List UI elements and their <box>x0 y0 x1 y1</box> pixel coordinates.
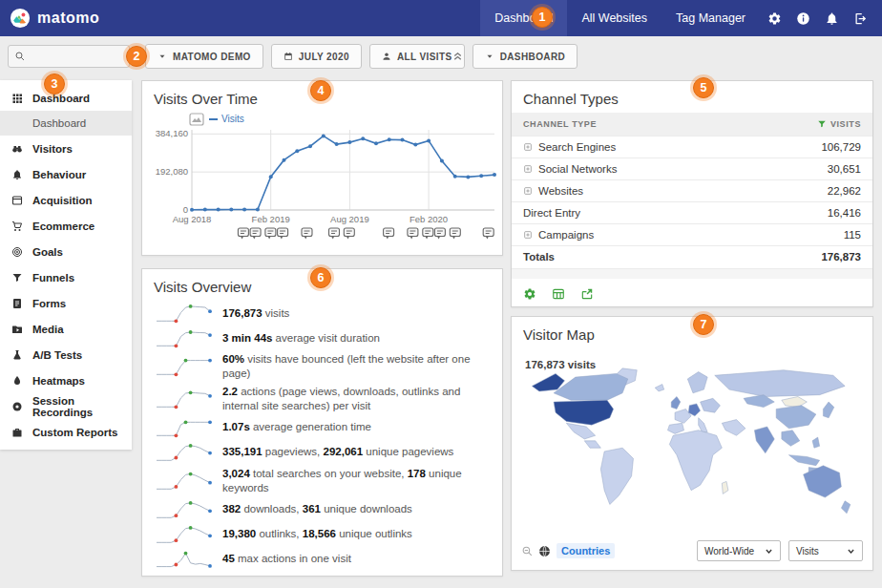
zoom-out-icon[interactable] <box>521 545 534 557</box>
expand-plus-icon[interactable] <box>523 164 533 174</box>
annotation-icon[interactable] <box>423 228 433 240</box>
map-japan[interactable] <box>823 402 833 418</box>
annotation-icon[interactable] <box>344 228 354 240</box>
metric-select[interactable]: Visits <box>788 540 863 561</box>
map-kazakhstan[interactable] <box>744 395 774 408</box>
expand-plus-icon[interactable] <box>523 186 533 196</box>
map-spain[interactable] <box>667 423 683 433</box>
expand-plus-icon[interactable] <box>523 230 533 240</box>
sidebar-item-forms[interactable]: Forms <box>0 290 132 316</box>
sidebar-item-session-recordings[interactable]: Session Recordings <box>0 393 132 419</box>
export-image-icon[interactable] <box>190 114 203 125</box>
annotation-icon[interactable] <box>408 228 418 240</box>
map-usa[interactable] <box>554 400 614 425</box>
annotation-icon[interactable] <box>483 228 494 240</box>
annotation-icon[interactable] <box>265 228 276 240</box>
map-mexico[interactable] <box>566 423 595 439</box>
annotation-icon[interactable] <box>278 228 288 240</box>
signout-icon <box>853 11 868 26</box>
segment-selector[interactable]: ALL VISITS <box>369 44 465 69</box>
svg-text:Feb 2019: Feb 2019 <box>252 214 290 224</box>
logout-button[interactable] <box>846 0 874 36</box>
map-south-america[interactable] <box>600 448 633 504</box>
region-select[interactable]: World-Wide <box>697 540 781 561</box>
map-russia[interactable] <box>715 370 845 397</box>
sidebar-item-behaviour[interactable]: Behaviour <box>0 161 132 187</box>
annotation-icon[interactable] <box>450 228 460 240</box>
visits-over-time-widget: Visits Over Time 0192,080384,160Aug 2018… <box>141 80 503 256</box>
table-row-direct-entry[interactable]: Direct Entry16,416 <box>512 201 872 223</box>
search-box[interactable] <box>8 45 130 68</box>
region-select-value: World-Wide <box>704 546 754 556</box>
annotation-icon[interactable] <box>329 228 340 240</box>
map-central-america[interactable] <box>584 441 600 448</box>
settings-button[interactable] <box>760 0 788 36</box>
table-row-social-networks[interactable]: Social Networks30,651 <box>512 158 872 179</box>
table-row-search-engines[interactable]: Search Engines106,729 <box>512 136 872 158</box>
map-new-zealand[interactable] <box>841 501 850 514</box>
sidebar-item-funnels[interactable]: Funnels <box>0 264 132 290</box>
gear-report-settings-icon[interactable] <box>523 287 536 301</box>
map-visits-label: 176,873 visits <box>525 359 596 370</box>
sidebar-item-media[interactable]: Media <box>0 316 132 342</box>
sidebar-item-goals[interactable]: Goals <box>0 239 132 264</box>
column-visits[interactable]: VISITS <box>817 119 861 129</box>
media-icon <box>11 324 23 335</box>
sidebar-item-label: Funnels <box>32 272 74 284</box>
map-iceland[interactable] <box>655 385 663 391</box>
export-export-report-icon[interactable] <box>580 287 594 301</box>
table-table-view-icon[interactable] <box>552 287 565 301</box>
help-button[interactable] <box>788 0 817 36</box>
map-indonesia[interactable] <box>788 455 819 466</box>
top-navbar: matomo DashboardAll WebsitesTag Manager <box>0 0 882 36</box>
annotation-icon[interactable] <box>434 228 445 240</box>
map-southeast-asia[interactable] <box>782 430 800 447</box>
map-madagascar[interactable] <box>722 481 728 494</box>
map-philippines[interactable] <box>812 437 820 448</box>
row-label: Social Networks <box>538 163 617 175</box>
visits-chart[interactable]: 0192,080384,160Aug 2018Feb 2019Aug 2019F… <box>142 111 502 252</box>
overview-row-text: 176,873 visits <box>222 306 289 321</box>
sidebar-item-acquisition[interactable]: Acquisition <box>0 187 132 213</box>
dashboard-selector[interactable]: DASHBOARD <box>472 44 578 69</box>
globe-icon[interactable] <box>538 545 551 557</box>
sidebar-item-ecommerce[interactable]: Ecommerce <box>0 213 132 239</box>
nav-item-dashboard[interactable]: Dashboard <box>480 0 567 36</box>
annotation-icon[interactable] <box>238 228 248 240</box>
map-scandinavia[interactable] <box>687 372 707 393</box>
map-eastern-europe[interactable] <box>701 398 721 412</box>
search-input[interactable] <box>31 50 123 63</box>
notifications-button[interactable] <box>817 0 846 36</box>
map-india[interactable] <box>754 427 774 453</box>
map-canada[interactable] <box>554 373 628 400</box>
expand-plus-icon[interactable] <box>523 142 533 152</box>
navbar-menu: DashboardAll WebsitesTag Manager <box>480 0 760 36</box>
annotation-icon[interactable] <box>250 228 261 240</box>
table-row-campaigns[interactable]: Campaigns115 <box>512 223 872 245</box>
map-germany[interactable] <box>688 404 700 416</box>
sidebar-item-custom-reports[interactable]: Custom Reports <box>0 419 132 445</box>
annotation-icon[interactable] <box>384 228 394 240</box>
map-africa[interactable] <box>669 430 722 491</box>
annotation-icon[interactable] <box>302 228 312 240</box>
matomo-logo[interactable]: matomo <box>0 8 99 29</box>
sidebar-item-a-b-tests[interactable]: A/B Tests <box>0 342 132 368</box>
table-row-websites[interactable]: Websites22,962 <box>512 179 872 201</box>
nav-item-tag-manager[interactable]: Tag Manager <box>662 0 760 36</box>
map-middle-east[interactable] <box>722 420 746 436</box>
period-selector[interactable]: JULY 2020 <box>271 44 362 69</box>
world-map[interactable] <box>521 367 865 535</box>
collapse-dashboard-icon[interactable] <box>452 50 464 62</box>
map-italy[interactable] <box>699 418 707 432</box>
sidebar-item-dashboard-sub[interactable]: Dashboard <box>0 111 132 136</box>
sidebar-item-dashboard[interactable]: Dashboard <box>0 85 132 111</box>
countries-link[interactable]: Countries <box>556 543 615 558</box>
map-uk[interactable] <box>671 396 680 409</box>
sidebar-item-visitors[interactable]: Visitors <box>0 136 132 161</box>
sidebar-item-heatmaps[interactable]: Heatmaps <box>0 368 132 393</box>
map-mongolia[interactable] <box>782 396 808 407</box>
map-china[interactable] <box>776 406 816 429</box>
overview-row: 176,873 visits <box>154 301 491 326</box>
site-selector[interactable]: MATOMO DEMO <box>145 44 263 69</box>
nav-item-all-websites[interactable]: All Websites <box>567 0 662 36</box>
